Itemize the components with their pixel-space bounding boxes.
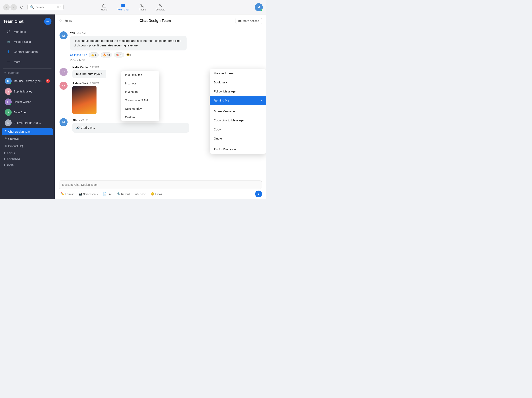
message-author-3: Ashlee York [72, 82, 89, 85]
context-pin[interactable]: Pin for Everyone [210, 145, 266, 154]
top-nav: ‹ › 🔍 ⌘F Home Team Chat Phone Co [0, 0, 266, 14]
view-more-button[interactable]: View 2 More... [70, 58, 261, 62]
channel-product-hq[interactable]: # Product HQ [2, 143, 53, 150]
search-input[interactable] [36, 6, 56, 9]
channel-name-chat-design-team: Chat Design Team [8, 130, 31, 133]
format-label: Format [65, 193, 74, 196]
members-count-label: 15 [69, 19, 72, 23]
context-bookmark[interactable]: Bookmark [210, 78, 266, 87]
format-button[interactable]: ✏️ Format [59, 191, 76, 197]
section-channels[interactable]: ▶ CHANNELS [0, 156, 55, 162]
reaction-watermelon[interactable]: 🍉 1 [114, 52, 124, 57]
remind-next-monday[interactable]: Next Monday [121, 105, 159, 113]
channel-creative[interactable]: # Creative [2, 135, 53, 142]
starred-item-maurice[interactable]: M Maurice Lawson (You) 1 [2, 76, 53, 86]
message-image-thumb[interactable] [72, 86, 96, 114]
message-text-1: Host should be able to record the meetin… [74, 39, 181, 47]
add-reaction-button[interactable]: 🙂+ [126, 52, 132, 58]
collapse-chevron-icon: ^ [85, 53, 87, 57]
reaction-thumbsup[interactable]: 👍 6 [89, 52, 99, 57]
history-button[interactable] [19, 4, 25, 10]
starred-section-label[interactable]: ▼ STARRED [0, 70, 55, 76]
nav-home[interactable]: Home [99, 3, 109, 12]
context-menu[interactable]: Mark as Unread Bookmark Follow Message R… [210, 69, 266, 154]
remind-tomorrow[interactable]: Tomorrow at 9 AM [121, 96, 159, 105]
remind-custom[interactable]: Custom [121, 113, 159, 121]
starred-item-hester[interactable]: H Hester Wilson [2, 97, 53, 107]
forward-button[interactable]: › [10, 4, 17, 10]
context-remind-me-arrow: › [261, 99, 262, 102]
sidebar-item-mentions[interactable]: @ Mentions [2, 27, 53, 36]
remind-3hours[interactable]: In 3 hours [121, 88, 159, 96]
svg-point-3 [67, 20, 68, 21]
emoji-icon: 😊 [151, 192, 155, 196]
section-bots-label: BOTS [7, 164, 14, 166]
remind-submenu[interactable]: In 30 minutes In 1 hour In 3 hours Tomor… [121, 71, 159, 121]
collapse-all-label: Collapse All [70, 53, 85, 57]
message-author-1: You [70, 31, 75, 35]
record-label: Record [121, 193, 130, 196]
context-mark-unread[interactable]: Mark as Unread [210, 69, 266, 78]
starred-name-sophia: Sophia Mosley [14, 90, 50, 93]
emoji-button[interactable]: 😊 Emoji [149, 191, 164, 197]
search-bar[interactable]: 🔍 ⌘F [27, 4, 63, 10]
reaction-fire[interactable]: 🔥 13 [101, 52, 112, 57]
section-chats[interactable]: ▶ CHATS [0, 150, 55, 156]
send-button[interactable]: ➤ [255, 190, 262, 197]
reactions-bar: Collapse All ^ 👍 6 🔥 13 🍉 1 [70, 52, 261, 58]
starred-item-sophia[interactable]: S Sophia Mosley [2, 86, 53, 96]
sidebar-item-missed-calls[interactable]: 📹 Missed Calls [2, 37, 53, 46]
file-button[interactable]: 📄 File [101, 191, 114, 197]
nav-team-chat[interactable]: Team Chat [115, 3, 131, 12]
starred-name-hester: Hester Wilson [14, 100, 50, 103]
user-avatar[interactable]: M [255, 3, 263, 11]
nav-contacts[interactable]: Contacts [154, 3, 166, 12]
star-button[interactable]: ☆ [59, 19, 62, 23]
back-button[interactable]: ‹ [3, 4, 10, 10]
starred-item-eric[interactable]: E Eric Wu, Peter Drak... [2, 118, 53, 128]
reaction-fire-emoji: 🔥 [103, 53, 106, 57]
code-button[interactable]: </> Code [133, 191, 148, 197]
screenshot-label: Screenshot [83, 193, 96, 196]
context-remind-me[interactable]: Remind Me › [210, 96, 266, 105]
screenshot-button[interactable]: 📷 Screenshot ▾ [76, 191, 100, 197]
collapse-all-button[interactable]: Collapse All ^ [70, 53, 87, 57]
message-row-1: M You 9:20 AM Host should be able to rec… [59, 31, 261, 51]
avatar-you-2: M [59, 118, 68, 126]
message-input[interactable] [59, 181, 262, 189]
nav-phone[interactable]: Phone [137, 3, 148, 12]
format-icon: ✏️ [61, 192, 64, 196]
message-meta-2: Katie Carter 5:22 PM [72, 66, 261, 69]
starred-item-john[interactable]: J John Chen [2, 107, 53, 117]
new-chat-button[interactable] [44, 18, 51, 25]
nav-home-label: Home [101, 8, 107, 11]
sidebar-divider-1 [3, 68, 51, 69]
sidebar-item-more[interactable]: ··· More [2, 57, 53, 67]
message-time-1: 9:20 AM [77, 32, 85, 34]
search-shortcut: ⌘F [57, 6, 61, 8]
message-bubble-1: Host should be able to record the meetin… [70, 36, 187, 51]
context-follow-message[interactable]: Follow Message [210, 87, 266, 96]
nav-contacts-label: Contacts [155, 8, 165, 11]
sidebar-item-contact-requests[interactable]: 👤 Contact Requests [2, 47, 53, 57]
context-share-message[interactable]: Share Message... [210, 107, 266, 116]
sidebar-title: Team Chat [3, 19, 24, 24]
section-bots[interactable]: ▶ BOTS [0, 162, 55, 168]
more-actions-button[interactable]: More Actions [235, 18, 262, 24]
context-copy[interactable]: Copy [210, 125, 266, 134]
sidebar-mentions-label: Mentions [14, 30, 26, 33]
svg-rect-6 [238, 21, 241, 22]
record-button[interactable]: 🎙️ Record [115, 191, 132, 197]
remind-1hour[interactable]: In 1 hour [121, 79, 159, 88]
context-copy-link[interactable]: Copy Link to Message [210, 116, 266, 125]
message-text-2: Text line auto layout. [76, 72, 103, 76]
channel-chat-design-team[interactable]: # Chat Design Team [2, 128, 53, 135]
channel-name-product-hq: Product HQ [8, 145, 23, 148]
context-quote[interactable]: Quote [210, 134, 266, 143]
bots-chevron-icon: ▶ [4, 164, 6, 166]
message-time-3: 6:10 PM [90, 82, 99, 85]
reaction-thumbsup-emoji: 👍 [91, 53, 94, 57]
remind-30min[interactable]: In 30 minutes [121, 71, 159, 79]
chat-main: ☆ 15 Chat Design Team More Actions M You [55, 14, 266, 199]
message-bubble-2: Text line auto layout. [72, 70, 106, 78]
